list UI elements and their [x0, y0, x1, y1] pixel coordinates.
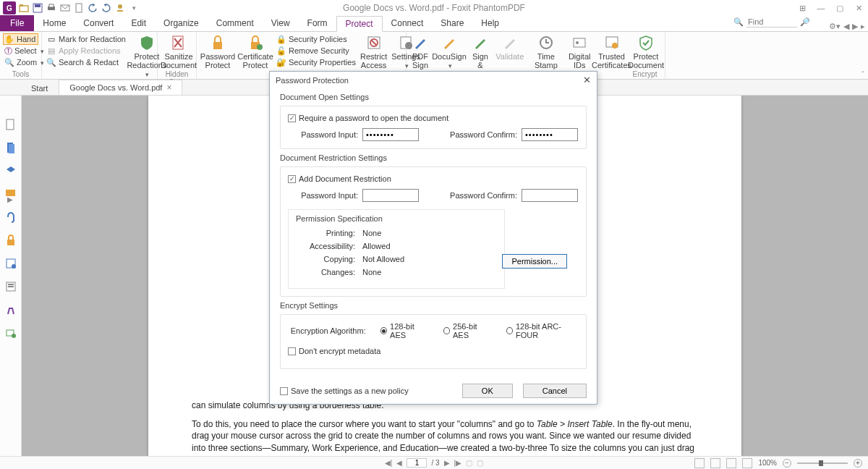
- settings-gear-icon[interactable]: ⚙▾: [829, 22, 841, 31]
- search-input[interactable]: [746, 17, 797, 28]
- tab-comment[interactable]: Comment: [208, 15, 263, 31]
- minimize-icon[interactable]: —: [814, 2, 827, 14]
- pages-panel-icon[interactable]: [4, 117, 18, 132]
- close-icon[interactable]: ×: [166, 83, 171, 93]
- view-continuous-facing-icon[interactable]: [742, 458, 752, 468]
- maximize-icon[interactable]: ▢: [833, 2, 846, 14]
- digital-ids-button[interactable]: Digital IDs: [567, 33, 592, 69]
- tab-view[interactable]: View: [263, 15, 299, 31]
- security-policies-button[interactable]: 🔒Security Policies: [275, 33, 357, 45]
- restrict-confirm-input[interactable]: [522, 189, 578, 202]
- view-continuous-icon[interactable]: [710, 458, 720, 468]
- trusted-certs-button[interactable]: Trusted Certificates: [594, 33, 630, 69]
- copying-label: Copying:: [296, 255, 355, 263]
- view-facing-icon[interactable]: [726, 458, 736, 468]
- tab-document[interactable]: Google Docs vs. Word.pdf×: [59, 80, 182, 95]
- mark-redaction-button[interactable]: ▭Mark for Redaction: [45, 33, 127, 45]
- restrict-password-input[interactable]: [362, 189, 419, 202]
- algo-128-arc-radio[interactable]: 128-bit ARC-FOUR: [506, 322, 579, 339]
- last-page-icon[interactable]: |▶: [454, 459, 462, 467]
- sanitize-button[interactable]: Sanitize Document: [161, 33, 197, 69]
- accessibility-value: Allowed: [362, 242, 391, 250]
- nav-flag-icon[interactable]: ▸: [861, 22, 865, 31]
- add-restriction-checkbox[interactable]: ✓Add Document Restriction: [288, 174, 579, 183]
- group-label-encrypt: Encrypt: [628, 69, 662, 79]
- expand-rail-icon[interactable]: ▶: [7, 195, 13, 203]
- tab-help[interactable]: Help: [472, 15, 508, 31]
- encrypt-settings-title: Encrypt Settings: [280, 301, 587, 310]
- signatures-panel-icon[interactable]: [4, 256, 18, 271]
- stamp-icon[interactable]: [114, 2, 126, 14]
- zoom-tool[interactable]: 🔍Zoom: [3, 56, 38, 68]
- tab-home[interactable]: Home: [34, 15, 75, 31]
- permission-button[interactable]: Permission...: [502, 254, 567, 269]
- close-window-icon[interactable]: ✕: [852, 2, 865, 14]
- redo-icon[interactable]: [101, 2, 112, 14]
- zoom-out-icon[interactable]: −: [783, 459, 791, 468]
- close-icon[interactable]: ✕: [583, 75, 591, 85]
- algo-128-aes-radio[interactable]: 128-bit AES: [380, 322, 429, 339]
- remove-security-button[interactable]: 🔓Remove Security: [275, 45, 357, 56]
- prev-page-icon[interactable]: ◀: [396, 459, 402, 467]
- changes-label: Changes:: [296, 268, 355, 276]
- svg-point-29: [12, 264, 16, 269]
- search-icon[interactable]: 🔍: [733, 17, 744, 27]
- cancel-button[interactable]: Cancel: [523, 384, 587, 398]
- save-icon[interactable]: [32, 2, 43, 14]
- tab-share[interactable]: Share: [432, 15, 472, 31]
- attachments-panel-icon[interactable]: [4, 210, 18, 224]
- zoom-in-icon[interactable]: +: [854, 459, 862, 468]
- tab-edit[interactable]: Edit: [122, 15, 155, 31]
- tab-start[interactable]: Start: [20, 81, 59, 95]
- fields-panel-icon[interactable]: [4, 279, 18, 294]
- tab-protect[interactable]: Protect: [336, 16, 383, 32]
- tab-organize[interactable]: Organize: [155, 15, 208, 31]
- new-icon[interactable]: [73, 2, 85, 14]
- nav-extra-icon[interactable]: ▢: [477, 459, 483, 467]
- svg-rect-25: [9, 144, 14, 153]
- tab-file[interactable]: File: [0, 15, 34, 31]
- select-tool[interactable]: ⓉSelect: [3, 45, 38, 56]
- print-icon[interactable]: [46, 2, 57, 14]
- algo-256-aes-radio[interactable]: 256-bit AES: [443, 322, 492, 339]
- security-properties-button[interactable]: 🔐Security Properties: [275, 56, 357, 68]
- bookmarks-panel-icon[interactable]: [4, 140, 18, 155]
- zoom-slider[interactable]: [797, 462, 848, 464]
- next-page-icon[interactable]: ▶: [444, 459, 450, 467]
- certificate-protect-button[interactable]: Certificate Protect: [237, 33, 273, 69]
- mail-icon[interactable]: [59, 2, 71, 14]
- qat-more[interactable]: ▾: [128, 2, 140, 14]
- first-page-icon[interactable]: ◀|: [385, 459, 393, 467]
- open-icon[interactable]: [18, 2, 30, 14]
- dont-encrypt-metadata-checkbox[interactable]: Don't encrypt metadata: [288, 347, 579, 355]
- security-panel-icon[interactable]: [4, 233, 18, 248]
- tab-form[interactable]: Form: [299, 15, 336, 31]
- hand-tool[interactable]: ✋Hand: [3, 33, 38, 45]
- ribbon-collapse-icon[interactable]: ˆ: [858, 32, 868, 79]
- pdf-sign-button[interactable]: PDF Sign: [409, 33, 431, 69]
- nav-next-icon[interactable]: ▶: [852, 22, 858, 31]
- nav-prev-icon[interactable]: ◀: [843, 22, 849, 31]
- protect-document-button[interactable]: Protect Document: [628, 33, 664, 69]
- zoom-handle[interactable]: [819, 460, 823, 466]
- search-go-icon[interactable]: 🔎: [800, 17, 810, 27]
- docusign-button[interactable]: DocuSign: [433, 33, 466, 70]
- undo-icon[interactable]: [87, 2, 98, 14]
- save-policy-checkbox[interactable]: Save the settings as a new policy: [280, 386, 409, 395]
- ok-button[interactable]: OK: [462, 384, 513, 398]
- tab-connect[interactable]: Connect: [383, 15, 433, 31]
- open-password-input[interactable]: [362, 128, 419, 141]
- require-password-checkbox[interactable]: ✓Require a password to open the document: [288, 114, 579, 122]
- layers-panel-icon[interactable]: [4, 164, 18, 178]
- stamp-panel-icon[interactable]: [4, 303, 18, 317]
- grid-icon[interactable]: ⊞: [796, 2, 809, 14]
- password-protect-button[interactable]: Password Protect: [200, 33, 236, 69]
- tags-panel-icon[interactable]: [4, 326, 18, 340]
- title-bar: G ▾ Google Docs vs. Word.pdf - Foxit Pha…: [0, 0, 868, 16]
- open-confirm-input[interactable]: [522, 128, 578, 141]
- search-redact-button[interactable]: 🔍Search & Redact: [45, 56, 127, 68]
- view-single-icon[interactable]: [694, 458, 705, 468]
- page-number-input[interactable]: [407, 458, 427, 468]
- nav-extra-icon[interactable]: ▢: [466, 459, 472, 467]
- tab-convert[interactable]: Convert: [75, 15, 122, 31]
